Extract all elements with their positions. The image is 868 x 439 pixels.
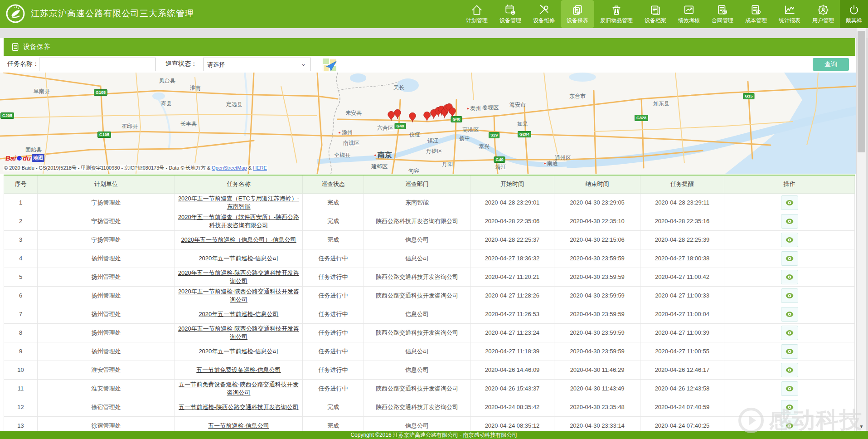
- view-detail-button[interactable]: [781, 307, 798, 322]
- task-detail-link[interactable]: 2020年五一节前巡检-信息公司: [199, 348, 278, 355]
- start-time-cell: 2020-04-26 15:43:37: [470, 379, 554, 398]
- road-shield: G105: [97, 132, 111, 138]
- scrollbar-down-arrow[interactable]: ▼: [857, 424, 866, 429]
- nav-item-device[interactable]: 设备管理: [494, 0, 527, 28]
- status-cell: 任务进行中: [303, 305, 364, 323]
- nav-item-contract[interactable]: 合同管理: [706, 0, 739, 28]
- department-cell: 信息公司: [364, 305, 470, 323]
- task-detail-link[interactable]: 2020年五一节前巡检-陕西公路交通科技开发咨询公司: [178, 325, 299, 340]
- task-detail-link[interactable]: 2020年五一节前巡检-陕西公路交通科技开发咨询公司: [178, 288, 299, 303]
- vertical-scrollbar[interactable]: ▼: [857, 28, 866, 431]
- column-header: 开始时间: [470, 175, 554, 193]
- nav-label: 设备管理: [499, 17, 521, 24]
- nav-item-maintain[interactable]: 设备保养: [561, 0, 594, 28]
- map-place-label: 南谯区: [343, 139, 359, 147]
- nav-item-performance[interactable]: 绩效考核: [672, 0, 706, 28]
- task-detail-link[interactable]: 五一节前免费设备巡检-信息公司: [196, 366, 281, 373]
- map-task-marker-icon[interactable]: [449, 107, 456, 117]
- view-detail-button[interactable]: [781, 363, 798, 377]
- action-cell: [724, 416, 855, 432]
- here-link[interactable]: HERE: [253, 165, 267, 171]
- task-detail-link[interactable]: 2020年五一节前巡检（信息公司）-信息公司: [181, 236, 296, 243]
- table-row: 1宁扬管理处2020年五一节前巡查（ETC专用道江苏海岭）-东南智能完成东南智能…: [4, 193, 855, 212]
- filter-bar: 任务名称： 巡查状态： 请选择 ⌄ 查询: [4, 56, 855, 73]
- view-detail-button[interactable]: [781, 233, 798, 247]
- map-place-label: 南京: [374, 151, 392, 160]
- remind-time-cell: 2020-04-27 18:00:38: [640, 249, 724, 268]
- task-detail-link[interactable]: 2020年五一节前巡检-信息公司: [199, 255, 278, 262]
- remind-time-cell: 2020-04-27 11:00:55: [640, 342, 724, 361]
- task-detail-link[interactable]: 五一节前巡检-陕西公路交通科技开发咨询公司: [179, 404, 298, 410]
- nav-item-stats[interactable]: 统计报表: [773, 0, 806, 28]
- column-header: 计划单位: [38, 175, 175, 193]
- map-place-label: 滁州: [338, 129, 353, 137]
- nav-item-trash[interactable]: 废旧物品管理: [594, 0, 639, 28]
- view-detail-button[interactable]: [781, 419, 798, 433]
- nav-item-cost[interactable]: 成本管理: [739, 0, 773, 28]
- task-detail-link[interactable]: 五一节前免费设备巡检-陕西公路交通科技开发咨询公司: [179, 381, 298, 396]
- status-cell: 任务进行中: [303, 268, 364, 286]
- map-task-marker-icon[interactable]: [409, 112, 416, 122]
- view-detail-button[interactable]: [781, 344, 798, 359]
- task-detail-link[interactable]: 2020年五一节前巡检-信息公司: [199, 311, 278, 317]
- nav-item-home[interactable]: 计划管理: [460, 0, 494, 28]
- view-detail-button[interactable]: [781, 381, 798, 396]
- column-header: 序号: [4, 175, 38, 193]
- nav-item-archive[interactable]: 设备档案: [639, 0, 672, 28]
- remind-time-cell: 2020-04-24 07:40:59: [640, 398, 724, 416]
- status-select[interactable]: 请选择: [203, 58, 311, 71]
- map-place-label: 六合区: [377, 124, 393, 132]
- task-detail-link[interactable]: 2020年五一节前巡查（软件西安所）-陕西公路科技开发咨询有限公司: [178, 214, 299, 229]
- search-button[interactable]: 查询: [813, 58, 849, 71]
- road-shield: G15: [743, 93, 754, 99]
- road-shield: G204: [518, 131, 531, 137]
- action-cell: [724, 268, 855, 286]
- department-cell: 陕西公路交通科技开发咨询公司: [364, 398, 470, 416]
- view-detail-button[interactable]: [781, 326, 798, 340]
- nav-item-usergear[interactable]: 用户管理: [806, 0, 840, 28]
- osm-link[interactable]: OpenStreetMap: [212, 165, 247, 171]
- action-cell: [724, 230, 855, 249]
- view-detail-button[interactable]: [781, 251, 798, 266]
- task-detail-link[interactable]: 2020年五一节前巡查（ETC专用道江苏海岭）-东南智能: [178, 195, 299, 210]
- end-time-cell: 2020-04-30 23:33:14: [554, 416, 640, 432]
- scrollbar-thumb[interactable]: [858, 31, 865, 152]
- start-time-cell: 2020-04-28 23:29:01: [470, 193, 554, 212]
- map-place-label: 句容: [408, 167, 419, 174]
- map-task-marker-icon[interactable]: [423, 112, 431, 122]
- task-detail-link[interactable]: 2020年五一节前巡检-陕西公路交通科技开发咨询公司: [178, 269, 299, 284]
- start-time-cell: 2020-04-24 08:35:12: [470, 416, 554, 432]
- task-name-input[interactable]: [39, 58, 156, 71]
- nav-item-repair[interactable]: 设备维修: [527, 0, 561, 28]
- baidu-map[interactable]: 阜南县凤台县淮南寿县长丰县定远县霍邱县固始县来安县滁州南谯区全椒县天长六合区仪征…: [0, 73, 856, 174]
- start-time-cell: 2020-04-27 11:26:53: [470, 305, 554, 323]
- list-icon: [12, 43, 19, 51]
- remind-time-cell: 2020-04-28 22:35:16: [640, 212, 724, 230]
- map-place-label: 姜堰区: [482, 104, 499, 112]
- map-place-label: 泰兴: [479, 143, 490, 151]
- view-detail-button[interactable]: [781, 400, 798, 415]
- status-cell: 任务进行中: [303, 361, 364, 379]
- end-time-cell: 2020-04-30 23:59:59: [554, 249, 640, 268]
- map-task-marker-icon[interactable]: [394, 109, 401, 119]
- nav-label: 设备档案: [645, 17, 666, 24]
- map-place-label: 仪征: [409, 131, 420, 139]
- map-place-label: 霍邱县: [121, 122, 138, 130]
- view-detail-button[interactable]: [781, 288, 798, 303]
- company-logo-icon: [5, 4, 25, 24]
- view-detail-button[interactable]: [781, 270, 798, 284]
- task-name-cell: 五一节前巡检-陕西公路交通科技开发咨询公司: [175, 398, 303, 416]
- department-cell: 信息公司: [364, 342, 470, 361]
- row-index: 3: [4, 230, 38, 249]
- end-time-cell: 2020-04-30 23:29:05: [554, 193, 640, 212]
- map-view-button[interactable]: [321, 57, 338, 73]
- view-detail-button[interactable]: [781, 214, 798, 229]
- column-header: 任务提醒: [640, 175, 724, 193]
- task-detail-link[interactable]: 五一节前巡检-信息公司: [208, 422, 269, 429]
- action-cell: [724, 305, 855, 323]
- row-index: 4: [4, 249, 38, 268]
- nav-item-user-logout[interactable]: 戴其祥: [840, 0, 868, 28]
- view-detail-button[interactable]: [781, 195, 798, 210]
- row-index: 2: [4, 212, 38, 230]
- map-place-label: 固始县: [25, 146, 42, 154]
